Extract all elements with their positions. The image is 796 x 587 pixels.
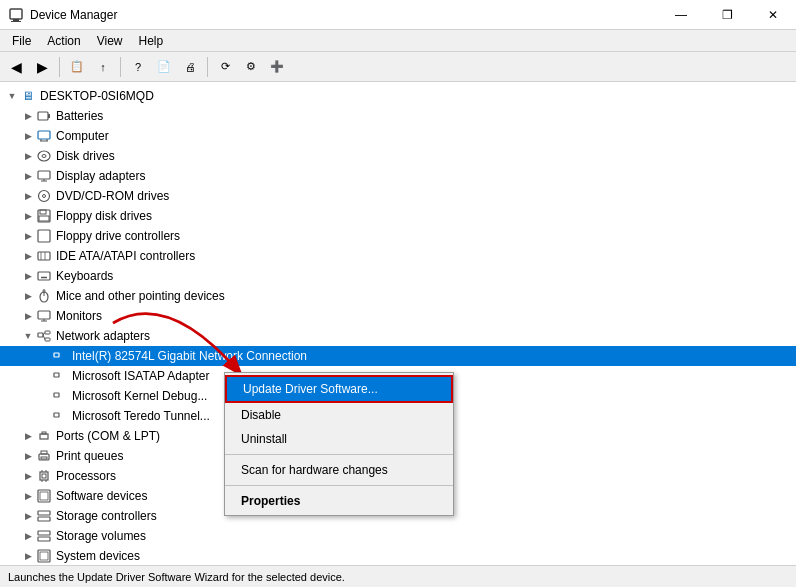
menu-help[interactable]: Help <box>131 32 172 50</box>
tree-item-keyboards[interactable]: ▶ Keyboards <box>0 266 796 286</box>
ports-toggle[interactable]: ▶ <box>20 428 36 444</box>
context-menu-scan[interactable]: Scan for hardware changes <box>225 458 453 482</box>
tree-item-intel[interactable]: Intel(R) 82574L Gigabit Network Connecti… <box>0 346 796 366</box>
svg-rect-36 <box>38 333 43 337</box>
context-menu-update[interactable]: Update Driver Software... <box>225 375 453 403</box>
svg-rect-50 <box>40 472 48 480</box>
svg-rect-3 <box>38 112 48 120</box>
tree-item-mice[interactable]: ▶ Mice and other pointing devices <box>0 286 796 306</box>
tree-item-network[interactable]: ▼ Network adapters <box>0 326 796 346</box>
tree-item-floppy[interactable]: ▶ Floppy disk drives <box>0 206 796 226</box>
svg-rect-1 <box>13 19 19 21</box>
toolbar-back[interactable]: ◀ <box>4 55 28 79</box>
context-menu-uninstall[interactable]: Uninstall <box>225 427 453 451</box>
tree-item-ide[interactable]: ▶ IDE ATA/ATAPI controllers <box>0 246 796 266</box>
toolbar-help2[interactable]: 📄 <box>152 55 176 79</box>
maximize-button[interactable]: ❐ <box>704 0 750 30</box>
tree-item-monitors[interactable]: ▶ Monitors <box>0 306 796 326</box>
display-toggle[interactable]: ▶ <box>20 168 36 184</box>
tree-item-dvd[interactable]: ▶ DVD/CD-ROM drives <box>0 186 796 206</box>
ide-toggle[interactable]: ▶ <box>20 248 36 264</box>
tree-item-computer[interactable]: ▶ Computer <box>0 126 796 146</box>
tree-item-storage-vol[interactable]: ▶ Storage volumes <box>0 526 796 546</box>
keyboards-icon <box>36 268 52 284</box>
context-menu-disable[interactable]: Disable <box>225 403 453 427</box>
floppy-ctrl-toggle[interactable]: ▶ <box>20 228 36 244</box>
mice-toggle[interactable]: ▶ <box>20 288 36 304</box>
ide-icon <box>36 248 52 264</box>
print-icon <box>36 448 52 464</box>
svg-rect-11 <box>38 171 50 179</box>
tree-item-disk[interactable]: ▶ Disk drives <box>0 146 796 166</box>
window-title: Device Manager <box>30 8 117 22</box>
toolbar-properties[interactable]: 📋 <box>65 55 89 79</box>
toolbar-add[interactable]: ➕ <box>265 55 289 79</box>
kernel-label: Microsoft Kernel Debug... <box>72 389 207 403</box>
storage-vol-icon <box>36 528 52 544</box>
svg-point-9 <box>38 151 50 161</box>
svg-rect-23 <box>38 272 50 280</box>
context-menu-sep-1 <box>225 454 453 455</box>
svg-rect-38 <box>45 338 50 341</box>
svg-rect-19 <box>38 230 50 242</box>
batteries-toggle[interactable]: ▶ <box>20 108 36 124</box>
menu-action[interactable]: Action <box>39 32 88 50</box>
menu-view[interactable]: View <box>89 32 131 50</box>
storage-ctrl-icon <box>36 508 52 524</box>
dvd-toggle[interactable]: ▶ <box>20 188 36 204</box>
toolbar-help1[interactable]: ? <box>126 55 150 79</box>
svg-rect-18 <box>39 216 49 221</box>
menu-file[interactable]: File <box>4 32 39 50</box>
tree-item-system[interactable]: ▶ System devices <box>0 546 796 565</box>
dvd-label: DVD/CD-ROM drives <box>56 189 169 203</box>
toolbar-scan[interactable]: ⟳ <box>213 55 237 79</box>
teredo-label: Microsoft Teredo Tunnel... <box>72 409 210 423</box>
print-toggle[interactable]: ▶ <box>20 448 36 464</box>
close-button[interactable]: ✕ <box>750 0 796 30</box>
tree-item-batteries[interactable]: ▶ Batteries <box>0 106 796 126</box>
disk-toggle[interactable]: ▶ <box>20 148 36 164</box>
main-area: ▼ 🖥 DESKTOP-0SI6MQD ▶ Batteries ▶ Comput… <box>0 82 796 565</box>
system-icon <box>36 548 52 564</box>
teredo-toggle[interactable] <box>36 408 52 424</box>
toolbar-print[interactable]: 🖨 <box>178 55 202 79</box>
svg-rect-45 <box>40 434 48 439</box>
tree-root[interactable]: ▼ 🖥 DESKTOP-0SI6MQD <box>0 86 796 106</box>
dvd-icon <box>36 188 52 204</box>
software-toggle[interactable]: ▶ <box>20 488 36 504</box>
isatap-toggle[interactable] <box>36 368 52 384</box>
root-icon: 🖥 <box>20 88 36 104</box>
kernel-toggle[interactable] <box>36 388 52 404</box>
storage-vol-label: Storage volumes <box>56 529 146 543</box>
toolbar-sep-2 <box>120 57 121 77</box>
svg-rect-33 <box>38 311 50 319</box>
keyboards-toggle[interactable]: ▶ <box>20 268 36 284</box>
toolbar-update[interactable]: ↑ <box>91 55 115 79</box>
svg-rect-60 <box>38 531 50 535</box>
storage-vol-toggle[interactable]: ▶ <box>20 528 36 544</box>
svg-rect-51 <box>42 474 46 478</box>
monitors-toggle[interactable]: ▶ <box>20 308 36 324</box>
ide-label: IDE ATA/ATAPI controllers <box>56 249 195 263</box>
context-menu-properties[interactable]: Properties <box>225 489 453 513</box>
tree-item-display[interactable]: ▶ Display adapters <box>0 166 796 186</box>
network-toggle[interactable]: ▼ <box>20 328 36 344</box>
floppy-toggle[interactable]: ▶ <box>20 208 36 224</box>
system-toggle[interactable]: ▶ <box>20 548 36 564</box>
disk-label: Disk drives <box>56 149 115 163</box>
toolbar-device[interactable]: ⚙ <box>239 55 263 79</box>
minimize-button[interactable]: — <box>658 0 704 30</box>
processors-toggle[interactable]: ▶ <box>20 468 36 484</box>
svg-rect-59 <box>38 517 50 521</box>
root-toggle[interactable]: ▼ <box>4 88 20 104</box>
svg-rect-4 <box>48 114 50 118</box>
svg-rect-48 <box>41 451 47 454</box>
floppy-ctrl-label: Floppy drive controllers <box>56 229 180 243</box>
storage-ctrl-toggle[interactable]: ▶ <box>20 508 36 524</box>
computer-toggle[interactable]: ▶ <box>20 128 36 144</box>
tree-item-floppy-ctrl[interactable]: ▶ Floppy drive controllers <box>0 226 796 246</box>
intel-toggle[interactable] <box>36 348 52 364</box>
storage-ctrl-label: Storage controllers <box>56 509 157 523</box>
display-icon <box>36 168 52 184</box>
toolbar-forward[interactable]: ▶ <box>30 55 54 79</box>
